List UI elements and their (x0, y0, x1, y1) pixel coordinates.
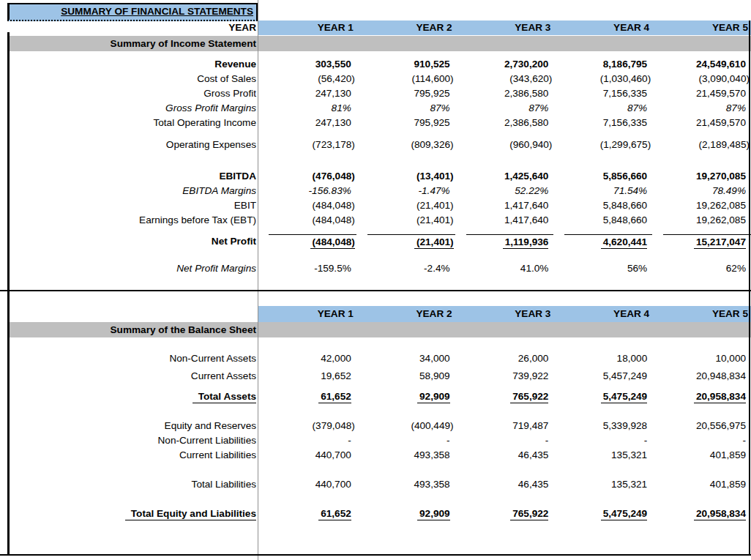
row-label-cell[interactable]: Gross Profit (7, 86, 258, 101)
value-cell[interactable]: 1,417,640 (455, 198, 554, 213)
value-cell[interactable]: 910,525 (356, 57, 455, 72)
value-cell[interactable]: (1,299,675) (553, 138, 652, 152)
value-cell[interactable]: (809,326) (356, 138, 455, 152)
row-label-cell[interactable]: Equity and Reserves (7, 419, 258, 433)
value-cell[interactable]: (56,420) (258, 72, 356, 86)
year-row-label[interactable]: YEAR (0, 20, 258, 35)
row-label-cell[interactable]: Earnings before Tax (EBT) (7, 213, 258, 228)
value-cell[interactable]: 401,859 (652, 448, 751, 463)
value-cell[interactable]: (723,178) (258, 138, 356, 152)
row-label-cell[interactable]: Current Assets (7, 369, 258, 384)
value-cell[interactable]: 58,909 (356, 369, 455, 384)
value-cell[interactable]: 135,321 (553, 477, 652, 492)
value-cell[interactable]: (3,090,040) (652, 72, 751, 86)
row-label-cell[interactable]: EBIT (7, 198, 258, 213)
section-band-balance-sheet[interactable]: Summary of the Balance Sheet (7, 322, 751, 337)
value-cell[interactable]: 795,925 (356, 86, 455, 101)
value-cell[interactable]: 10,000 (652, 351, 751, 366)
value-cell[interactable]: 20,958,834 (652, 507, 751, 521)
value-cell[interactable]: - (455, 433, 554, 448)
value-cell[interactable]: 7,156,335 (553, 86, 652, 101)
row-label-cell[interactable]: Total Equity and Liabilities (7, 507, 258, 521)
row-label-cell[interactable]: Current Liabilities (7, 448, 258, 463)
value-cell[interactable]: 2,386,580 (455, 86, 554, 101)
value-cell[interactable]: 765,922 (455, 507, 554, 521)
value-cell[interactable]: 493,358 (356, 477, 455, 492)
year-header-cell[interactable]: YEAR 5 (652, 20, 751, 35)
year-header-cell[interactable]: YEAR 2 (356, 306, 455, 322)
value-cell[interactable]: 42,000 (258, 351, 356, 366)
row-label-cell[interactable]: Net Profit (7, 234, 258, 250)
value-cell[interactable]: 493,358 (356, 448, 455, 463)
row-label-cell[interactable]: EBITDA (7, 169, 258, 184)
year-header-cell[interactable]: YEAR 4 (553, 306, 652, 322)
value-cell[interactable]: 135,321 (553, 448, 652, 463)
value-cell[interactable]: 5,475,249 (553, 389, 652, 404)
value-cell[interactable]: (484,048) (258, 198, 356, 213)
value-cell[interactable]: 92,909 (356, 389, 455, 404)
value-cell[interactable]: 41.0% (455, 261, 554, 276)
value-cell[interactable]: 19,262,085 (652, 213, 751, 228)
row-label-cell[interactable]: Total Assets (7, 389, 258, 404)
value-cell[interactable]: 87% (356, 101, 455, 116)
value-cell[interactable]: 15,217,047 (663, 234, 751, 250)
value-cell[interactable]: 4,620,441 (564, 234, 652, 250)
value-cell[interactable]: 5,848,660 (553, 213, 652, 228)
row-label-cell[interactable]: Non-Current Assets (7, 351, 258, 366)
value-cell[interactable]: (21,401) (356, 213, 455, 228)
value-cell[interactable]: 56% (553, 261, 652, 276)
value-cell[interactable]: (2,189,485) (652, 138, 751, 152)
value-cell[interactable]: 8,186,795 (553, 57, 652, 72)
value-cell[interactable]: -159.5% (258, 261, 356, 276)
value-cell[interactable]: 46,435 (455, 477, 554, 492)
year-header-cell[interactable]: YEAR 4 (553, 20, 652, 35)
value-cell[interactable]: 20,958,834 (652, 389, 751, 404)
value-cell[interactable]: (1,030,460) (553, 72, 652, 86)
value-cell[interactable]: 1,119,936 (466, 234, 554, 250)
value-cell[interactable]: 21,459,570 (652, 86, 751, 101)
value-cell[interactable]: 87% (652, 101, 751, 116)
value-cell[interactable]: 719,487 (455, 419, 554, 433)
section-band-income-statement[interactable]: Summary of Income Statement (7, 36, 751, 51)
value-cell[interactable]: (400,449) (356, 419, 455, 433)
row-label-cell[interactable]: Revenue (7, 57, 258, 72)
value-cell[interactable]: 87% (455, 101, 554, 116)
value-cell[interactable]: 5,848,660 (553, 198, 652, 213)
value-cell[interactable]: 2,730,200 (455, 57, 554, 72)
value-cell[interactable]: 26,000 (455, 351, 554, 366)
value-cell[interactable]: - (553, 433, 652, 448)
value-cell[interactable]: 92,909 (356, 507, 455, 521)
value-cell[interactable]: 46,435 (455, 448, 554, 463)
row-label-cell[interactable]: Gross Profit Margins (7, 101, 258, 116)
row-label-cell[interactable]: Net Profit Margins (7, 261, 258, 276)
value-cell[interactable]: 34,000 (356, 351, 455, 366)
value-cell[interactable]: 19,262,085 (652, 198, 751, 213)
value-cell[interactable]: 440,700 (258, 477, 356, 492)
value-cell[interactable]: (484,048) (258, 213, 356, 228)
value-cell[interactable]: 5,457,249 (553, 369, 652, 384)
value-cell[interactable]: (343,620) (455, 72, 554, 86)
value-cell[interactable]: 2,386,580 (455, 116, 554, 130)
value-cell[interactable]: - (356, 433, 455, 448)
value-cell[interactable]: (960,940) (455, 138, 554, 152)
value-cell[interactable]: -1.47% (356, 184, 455, 198)
value-cell[interactable]: 303,550 (258, 57, 356, 72)
value-cell[interactable]: 5,339,928 (553, 419, 652, 433)
value-cell[interactable]: - (652, 433, 751, 448)
value-cell[interactable]: (13,401) (356, 169, 455, 184)
value-cell[interactable]: (21,401) (356, 198, 455, 213)
value-cell[interactable]: 24,549,610 (652, 57, 751, 72)
value-cell[interactable]: 7,156,335 (553, 116, 652, 130)
row-label-cell[interactable]: EBITDA Margins (7, 184, 258, 198)
value-cell[interactable]: 765,922 (455, 389, 554, 404)
sheet-title-cell[interactable]: SUMMARY OF FINANCIAL STATEMENTS (7, 3, 258, 21)
value-cell[interactable]: - (258, 433, 356, 448)
year-header-cell[interactable]: YEAR 3 (455, 306, 554, 322)
value-cell[interactable]: (379,048) (258, 419, 356, 433)
value-cell[interactable]: 19,652 (258, 369, 356, 384)
value-cell[interactable]: 1,417,640 (455, 213, 554, 228)
value-cell[interactable]: 20,556,975 (652, 419, 751, 433)
value-cell[interactable]: 78.49% (652, 184, 751, 198)
value-cell[interactable]: -2.4% (356, 261, 455, 276)
value-cell[interactable]: 19,270,085 (652, 169, 751, 184)
